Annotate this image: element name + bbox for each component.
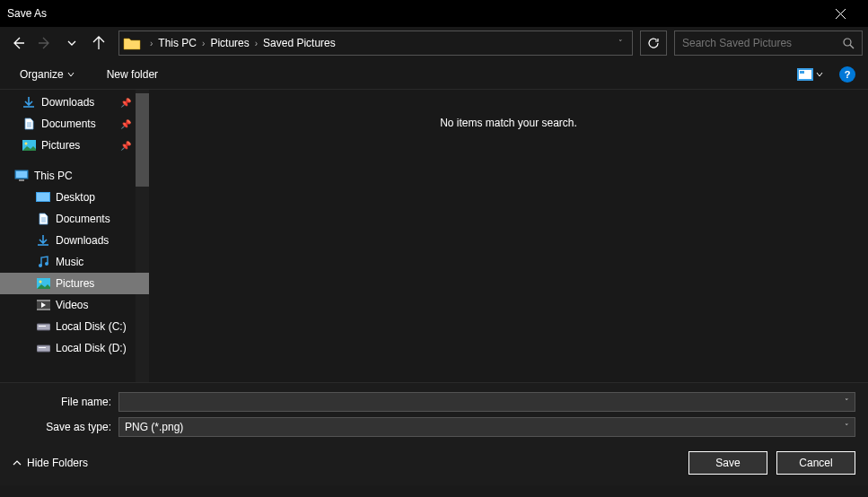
search-icon [843,38,855,49]
chevron-down-icon[interactable]: ˅ [845,397,849,406]
sidebar-item-pictures[interactable]: Pictures 📌 [0,135,149,156]
svg-rect-16 [37,300,50,301]
footer: File name: ˅ Save as type: PNG (*.png) ˅… [0,382,868,485]
computer-icon [14,169,29,183]
sidebar-item-music[interactable]: Music [0,251,149,273]
download-icon [22,95,36,109]
arrow-right-icon [38,36,52,50]
sidebar-item-label: Downloads [56,234,109,247]
search-box[interactable] [674,31,863,56]
save-button[interactable]: Save [688,451,767,475]
pin-icon: 📌 [120,98,131,108]
document-icon [22,117,36,131]
toolbar: Organize New folder ? [0,59,868,90]
save-as-type-select[interactable]: PNG (*.png) ˅ [118,417,855,437]
empty-message: No items match your search. [440,117,577,382]
chevron-down-icon[interactable]: ˅ [845,423,849,432]
sidebar-item-documents[interactable]: Documents [0,208,149,230]
pin-icon: 📌 [120,141,131,151]
chevron-right-icon: › [251,39,261,48]
new-folder-button[interactable]: New folder [100,65,165,84]
sidebar-item-local-disk-c[interactable]: Local Disk (C:) [0,316,149,337]
breadcrumb-saved-pictures[interactable]: Saved Pictures [261,37,338,49]
sidebar-item-label: Pictures [56,277,94,290]
sidebar-item-label: Local Disk (D:) [56,342,127,354]
sidebar-item-this-pc[interactable]: This PC [0,165,149,187]
hide-folders-label: Hide Folders [27,457,88,469]
document-icon [36,212,50,226]
chevron-down-icon [67,71,75,78]
svg-rect-7 [16,171,27,178]
sidebar-item-label: Pictures [41,139,80,152]
svg-point-11 [39,264,42,267]
forward-button[interactable] [32,31,57,56]
up-button[interactable] [86,31,111,56]
new-folder-label: New folder [107,68,158,81]
svg-rect-3 [800,71,804,74]
cancel-button[interactable]: Cancel [776,451,855,475]
download-icon [36,233,50,248]
desktop-icon [36,190,50,205]
filename-label: File name: [13,396,118,408]
save-as-type-value: PNG (*.png) [125,421,183,433]
close-button[interactable] [820,0,861,27]
svg-point-5 [24,143,27,145]
recent-locations-button[interactable] [59,31,84,56]
hide-folders-button[interactable]: Hide Folders [13,457,88,469]
filename-input[interactable]: ˅ [118,392,855,412]
address-bar[interactable]: › This PC › Pictures › Saved Pictures ˅ [118,31,633,56]
body: Downloads 📌 Documents 📌 Pictures 📌 This … [0,90,868,382]
arrow-left-icon [11,36,25,50]
sidebar-item-label: This PC [34,170,73,182]
chevron-right-icon: › [146,39,156,48]
file-list-area[interactable]: No items match your search. [149,90,868,382]
pictures-icon [22,138,36,153]
sidebar-item-pictures[interactable]: Pictures [0,273,149,294]
sidebar-item-label: Music [56,256,83,268]
sidebar-item-label: Local Disk (C:) [56,320,127,333]
music-icon [36,255,50,269]
disk-icon [36,341,50,355]
chevron-up-icon [13,458,22,467]
sidebar-item-label: Documents [41,118,96,130]
view-options-button[interactable] [792,68,829,81]
svg-point-14 [39,281,41,283]
view-icon [797,68,813,81]
breadcrumb-pictures[interactable]: Pictures [208,37,250,49]
sidebar: Downloads 📌 Documents 📌 Pictures 📌 This … [0,90,149,382]
svg-rect-17 [37,309,50,310]
svg-rect-18 [37,324,50,330]
svg-point-12 [45,262,48,266]
svg-point-0 [844,39,851,46]
sidebar-item-videos[interactable]: Videos [0,294,149,316]
sidebar-item-local-disk-d[interactable]: Local Disk (D:) [0,337,149,359]
back-button[interactable] [5,31,31,56]
folder-icon [123,35,141,51]
sidebar-item-documents[interactable]: Documents 📌 [0,113,149,135]
chevron-right-icon: › [198,39,208,48]
sidebar-item-label: Videos [56,299,88,311]
arrow-up-icon [92,36,106,50]
sidebar-item-downloads[interactable]: Downloads [0,230,149,251]
search-input[interactable] [682,37,843,49]
sidebar-item-desktop[interactable]: Desktop [0,187,149,208]
window-title: Save As [7,7,820,20]
navbar: › This PC › Pictures › Saved Pictures ˅ [0,27,868,59]
svg-rect-19 [39,326,46,327]
breadcrumb-this-pc[interactable]: This PC [156,37,198,49]
close-icon [836,9,846,19]
chevron-down-icon [816,71,823,78]
svg-rect-8 [19,179,24,181]
chevron-down-icon [67,39,76,48]
disk-icon [36,319,50,334]
sidebar-item-downloads[interactable]: Downloads 📌 [0,92,149,113]
organize-label: Organize [20,68,64,81]
refresh-icon [647,37,660,49]
help-button[interactable]: ? [839,66,855,83]
videos-icon [36,298,50,312]
organize-button[interactable]: Organize [13,65,82,84]
address-dropdown[interactable]: ˅ [613,39,628,48]
pin-icon: 📌 [120,119,131,129]
titlebar: Save As [0,0,868,27]
refresh-button[interactable] [640,31,667,56]
